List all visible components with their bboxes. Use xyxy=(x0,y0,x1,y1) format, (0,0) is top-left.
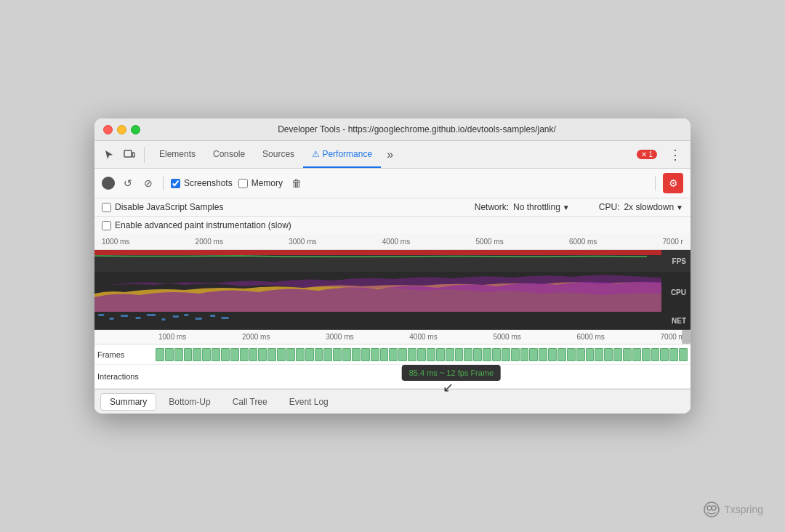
svg-point-15 xyxy=(707,506,712,510)
title-bar: Developer Tools - https://googlechrome.g… xyxy=(94,118,691,141)
network-throttle-group: Network: No throttling ▼ xyxy=(475,202,570,212)
device-toggle-icon[interactable] xyxy=(121,146,138,164)
frame-block[interactable] xyxy=(277,348,286,361)
scrollbar-thumb[interactable] xyxy=(682,330,691,344)
frame-block[interactable] xyxy=(371,348,379,361)
svg-rect-10 xyxy=(184,314,188,316)
frame-block[interactable] xyxy=(342,348,351,361)
frame-block[interactable] xyxy=(567,348,576,361)
frame-block[interactable] xyxy=(651,348,660,361)
record-button[interactable] xyxy=(102,177,115,190)
frame-block[interactable] xyxy=(473,348,482,361)
frame-block[interactable] xyxy=(529,348,538,361)
frame-block[interactable] xyxy=(446,348,454,361)
frame-block[interactable] xyxy=(230,348,239,361)
frame-block[interactable] xyxy=(380,348,389,361)
frame-block[interactable] xyxy=(613,348,622,361)
frame-block[interactable] xyxy=(586,348,595,361)
frame-block[interactable] xyxy=(642,348,651,361)
svg-rect-4 xyxy=(110,318,114,320)
frame-block[interactable] xyxy=(221,348,230,361)
clear-button[interactable]: 🗑 xyxy=(289,176,305,190)
tab-sources[interactable]: Sources xyxy=(254,141,303,168)
frame-block[interactable] xyxy=(511,348,520,361)
frame-block[interactable] xyxy=(174,348,183,361)
frame-block[interactable] xyxy=(361,348,370,361)
frame-block[interactable] xyxy=(557,348,566,361)
cpu-throttle-dropdown[interactable]: 2x slowdown ▼ xyxy=(624,202,683,212)
frame-block[interactable] xyxy=(436,348,445,361)
memory-toggle: Memory xyxy=(238,178,283,188)
advanced-paint-checkbox[interactable] xyxy=(102,221,111,230)
memory-checkbox[interactable] xyxy=(238,179,248,188)
frame-block[interactable] xyxy=(632,348,641,361)
cpu-label: CPU xyxy=(671,288,686,296)
frame-block[interactable] xyxy=(305,348,314,361)
frame-block[interactable] xyxy=(455,348,464,361)
cpu-chart[interactable]: CPU xyxy=(94,272,691,312)
frames-label: Frames xyxy=(97,350,156,359)
disable-js-checkbox[interactable] xyxy=(102,203,111,212)
frame-block[interactable] xyxy=(315,348,323,361)
tab-more[interactable]: » xyxy=(381,141,399,168)
frame-block[interactable] xyxy=(595,348,603,361)
frame-block[interactable] xyxy=(193,348,201,361)
frame-block[interactable] xyxy=(240,348,249,361)
fps-chart[interactable]: FPS xyxy=(94,250,691,272)
frame-block[interactable] xyxy=(352,348,361,361)
maximize-button[interactable] xyxy=(131,125,140,134)
frame-block[interactable] xyxy=(604,348,613,361)
stop-recording-icon[interactable]: ⊘ xyxy=(141,176,156,190)
settings-button[interactable]: ⚙ xyxy=(663,173,683,193)
frame-block[interactable] xyxy=(398,348,407,361)
frame-block[interactable] xyxy=(539,348,547,361)
frame-block[interactable] xyxy=(548,348,557,361)
cursor-tool-icon[interactable] xyxy=(100,146,118,164)
error-badge[interactable]: ✕ 1 xyxy=(637,150,657,159)
frame-block[interactable] xyxy=(408,348,416,361)
frame-block[interactable] xyxy=(267,348,276,361)
frame-block[interactable] xyxy=(165,348,174,361)
frame-block[interactable] xyxy=(156,348,164,361)
frame-block[interactable] xyxy=(212,348,220,361)
frame-block[interactable] xyxy=(184,348,193,361)
frame-block[interactable] xyxy=(660,348,669,361)
screenshots-checkbox[interactable] xyxy=(171,179,180,188)
tab-bottom-up[interactable]: Bottom-Up xyxy=(159,393,220,411)
frame-block[interactable] xyxy=(202,348,211,361)
tab-summary[interactable]: Summary xyxy=(100,393,156,411)
frames-track[interactable] xyxy=(156,348,688,361)
kebab-menu-button[interactable]: ⋮ xyxy=(666,147,685,163)
frame-block[interactable] xyxy=(389,348,398,361)
frame-block[interactable] xyxy=(679,348,688,361)
frame-block[interactable] xyxy=(427,348,435,361)
frame-block[interactable] xyxy=(492,348,501,361)
frame-block[interactable] xyxy=(296,348,305,361)
frame-block[interactable] xyxy=(483,348,491,361)
net-chart[interactable]: NET xyxy=(94,312,691,330)
frame-block[interactable] xyxy=(323,348,332,361)
network-throttle-dropdown[interactable]: No throttling ▼ xyxy=(513,202,570,212)
tab-elements[interactable]: Elements xyxy=(150,141,204,168)
frame-block[interactable] xyxy=(520,348,529,361)
tab-event-log[interactable]: Event Log xyxy=(280,393,338,411)
frame-block[interactable] xyxy=(249,348,258,361)
tab-performance[interactable]: ⚠ Performance xyxy=(303,141,381,168)
frame-block[interactable] xyxy=(502,348,510,361)
frame-block[interactable] xyxy=(333,348,342,361)
reload-button[interactable]: ↺ xyxy=(121,176,135,190)
tab-bar: Elements Console Sources ⚠ Performance »… xyxy=(94,141,691,169)
frame-block[interactable] xyxy=(417,348,426,361)
frame-block[interactable] xyxy=(623,348,632,361)
frame-block[interactable] xyxy=(258,348,267,361)
frame-block[interactable] xyxy=(464,348,472,361)
frame-block[interactable] xyxy=(286,348,295,361)
tab-call-tree[interactable]: Call Tree xyxy=(223,393,277,411)
close-button[interactable] xyxy=(103,125,113,134)
minimize-button[interactable] xyxy=(117,125,126,134)
frame-block[interactable] xyxy=(576,348,585,361)
interactions-track[interactable]: 85.4 ms ~ 12 fps Frame ↙ xyxy=(156,365,688,388)
frame-block[interactable] xyxy=(669,348,678,361)
frames-row: Frames xyxy=(94,344,691,365)
tab-console[interactable]: Console xyxy=(204,141,254,168)
